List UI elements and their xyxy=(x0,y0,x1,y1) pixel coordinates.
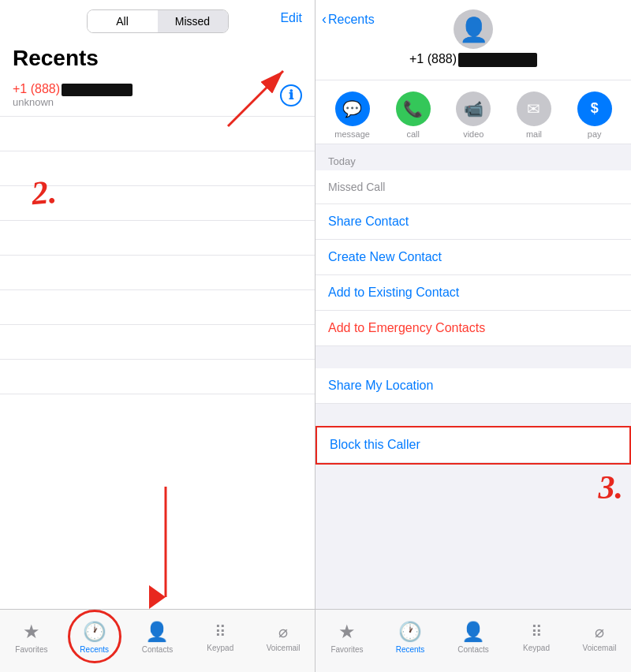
right-favorites-icon: ★ xyxy=(338,621,356,643)
message-label: message xyxy=(334,129,370,139)
segment-missed[interactable]: Missed xyxy=(158,10,228,32)
contact-sub: unknown xyxy=(13,96,302,108)
call-icon: 📞 xyxy=(396,91,431,126)
left-panel: All Missed Edit Recents +1 (888) unknown… xyxy=(0,0,316,672)
favorites-label: Favorites xyxy=(15,645,47,654)
contact-row[interactable]: +1 (888) unknown ℹ xyxy=(0,74,315,117)
tab-voicemail[interactable]: ⌀ Voicemail xyxy=(252,622,315,652)
segment-all[interactable]: All xyxy=(88,10,158,32)
right-content: Today Missed Call Share Contact Create N… xyxy=(316,144,631,672)
section-gap-2 xyxy=(316,404,631,426)
contact-name: +1 (888) xyxy=(13,82,302,96)
contact-phone-number: +1 (888) xyxy=(409,52,537,67)
tab-keypad[interactable]: ⠿ Keypad xyxy=(189,622,252,652)
edit-button[interactable]: Edit xyxy=(280,11,302,25)
right-keypad-label: Keypad xyxy=(523,644,550,652)
back-label: Recents xyxy=(328,13,375,27)
avatar-person-icon: 👤 xyxy=(459,16,488,43)
contacts-icon: 👤 xyxy=(145,621,169,643)
right-contacts-icon: 👤 xyxy=(461,621,485,643)
message-icon: 💬 xyxy=(335,91,370,126)
tab-bar-left: ★ Favorites 🕐 Recents 👤 Contacts ⠿ Keypa… xyxy=(0,609,315,672)
left-header: All Missed Edit xyxy=(0,0,315,39)
right-voicemail-label: Voicemail xyxy=(583,644,617,652)
location-section: Share My Location xyxy=(316,368,631,404)
section-gap-1 xyxy=(316,346,631,368)
share-contact-item[interactable]: Share Contact xyxy=(316,204,631,240)
action-call[interactable]: 📞 call xyxy=(396,91,431,139)
favorites-icon: ★ xyxy=(23,621,40,643)
segment-control[interactable]: All Missed xyxy=(87,9,229,33)
recents-icon: 🕐 xyxy=(83,621,106,643)
tab-favorites[interactable]: ★ Favorites xyxy=(0,621,63,654)
right-voicemail-icon: ⌀ xyxy=(595,622,604,641)
right-panel: ‹ Recents 👤 +1 (888) 💬 message 📞 call 📹 … xyxy=(316,0,631,672)
action-message[interactable]: 💬 message xyxy=(334,91,370,139)
empty-row-7 xyxy=(0,325,315,360)
call-info-section: Missed Call Share Contact Create New Con… xyxy=(316,170,631,346)
right-tab-favorites[interactable]: ★ Favorites xyxy=(316,621,379,654)
action-mail[interactable]: ✉ mail xyxy=(517,91,551,139)
voicemail-icon: ⌀ xyxy=(278,622,288,641)
arrow-to-recents xyxy=(118,487,213,613)
tab-recents[interactable]: 🕐 Recents xyxy=(63,621,126,654)
tab-bar-right: ★ Favorites 🕐 Recents 👤 Contacts ⠿ Keypa… xyxy=(316,609,631,672)
right-tab-recents[interactable]: 🕐 Recents xyxy=(379,621,442,654)
right-contacts-label: Contacts xyxy=(457,645,488,654)
pay-label: pay xyxy=(588,129,602,139)
back-chevron-icon: ‹ xyxy=(322,11,327,28)
right-recents-label: Recents xyxy=(396,645,425,654)
share-location-item[interactable]: Share My Location xyxy=(316,368,631,404)
tab-contacts[interactable]: 👤 Contacts xyxy=(126,621,189,654)
create-contact-item[interactable]: Create New Contact xyxy=(316,240,631,275)
empty-row-5 xyxy=(0,256,315,290)
video-label: video xyxy=(463,129,484,139)
call-label: call xyxy=(406,129,420,139)
annotation-2: 2. xyxy=(30,173,58,213)
recents-label: Recents xyxy=(80,645,109,654)
action-buttons-row: 💬 message 📞 call 📹 video ✉ mail $ pay xyxy=(316,80,631,144)
action-video[interactable]: 📹 video xyxy=(456,91,491,139)
missed-call-item: Missed Call xyxy=(316,170,631,204)
add-emergency-item[interactable]: Add to Emergency Contacts xyxy=(316,311,631,346)
right-keypad-icon: ⠿ xyxy=(531,622,543,641)
right-tab-contacts[interactable]: 👤 Contacts xyxy=(442,621,505,654)
add-existing-item[interactable]: Add to Existing Contact xyxy=(316,275,631,311)
section-date: Today xyxy=(316,144,631,170)
info-button[interactable]: ℹ xyxy=(280,84,302,106)
block-caller-item[interactable]: Block this Caller xyxy=(317,427,629,463)
keypad-icon: ⠿ xyxy=(215,622,226,641)
right-favorites-label: Favorites xyxy=(330,645,363,654)
block-section: Block this Caller xyxy=(316,426,631,465)
voicemail-label: Voicemail xyxy=(267,644,301,652)
empty-row-8 xyxy=(0,360,315,394)
right-recents-icon: 🕐 xyxy=(398,621,422,643)
right-tab-keypad[interactable]: ⠿ Keypad xyxy=(505,622,568,652)
right-tab-voicemail[interactable]: ⌀ Voicemail xyxy=(568,622,631,652)
empty-row-1 xyxy=(0,117,315,151)
pay-icon: $ xyxy=(577,91,612,126)
page-title: Recents xyxy=(0,39,315,74)
back-button[interactable]: ‹ Recents xyxy=(322,11,375,28)
contact-avatar: 👤 xyxy=(454,9,493,49)
right-header: ‹ Recents 👤 +1 (888) xyxy=(316,0,631,80)
empty-row-6 xyxy=(0,290,315,325)
video-icon: 📹 xyxy=(456,91,491,126)
contacts-label: Contacts xyxy=(142,645,173,654)
mail-icon: ✉ xyxy=(517,91,551,126)
keypad-label: Keypad xyxy=(207,644,233,652)
mail-label: mail xyxy=(526,129,542,139)
action-pay[interactable]: $ pay xyxy=(577,91,612,139)
empty-row-4 xyxy=(0,221,315,256)
